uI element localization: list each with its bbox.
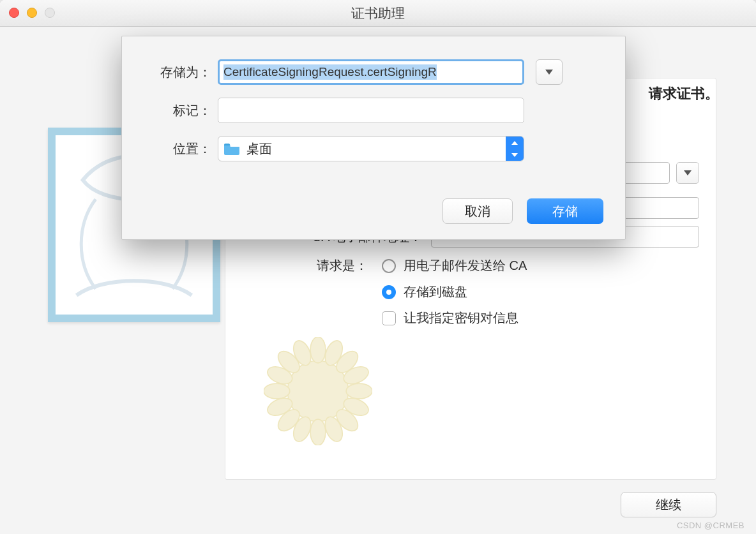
radio-icon (382, 259, 396, 273)
chevron-down-icon (684, 170, 692, 175)
filename-input[interactable]: CertificateSigningRequest.certSigningR (218, 59, 524, 85)
watermark-text: CSDN @CRMEB (677, 521, 745, 530)
radio-save-to-disk[interactable]: 存储到磁盘 (382, 283, 527, 300)
radio-send-to-ca[interactable]: 用电子邮件发送给 CA (382, 257, 527, 274)
request-label: 请求是： (312, 257, 382, 327)
window-controls (9, 8, 55, 18)
location-label: 位置： (122, 140, 218, 158)
save-button[interactable]: 存储 (527, 198, 603, 224)
save-as-label: 存储为： (122, 64, 218, 81)
location-select[interactable]: 桌面 (218, 136, 524, 161)
tags-label: 标记： (122, 102, 218, 119)
location-stepper[interactable] (506, 137, 524, 161)
radio-label: 存储到磁盘 (404, 283, 467, 300)
expand-save-dialog-button[interactable] (536, 59, 563, 85)
folder-icon (223, 142, 240, 155)
filename-value: CertificateSigningRequest.certSigningR (223, 64, 437, 80)
chevron-down-icon (511, 153, 518, 157)
panel-heading: 请求证书。 (649, 84, 719, 103)
window-title: 证书助理 (351, 4, 405, 22)
checkbox-specify-keypair[interactable]: 让我指定密钥对信息 (382, 309, 527, 327)
checkbox-label: 让我指定密钥对信息 (404, 309, 518, 327)
certificate-assistant-window: 证书助理 请求证书。 CA 电子邮件地址： (0, 0, 756, 534)
chevron-up-icon (511, 141, 518, 145)
location-value: 桌面 (246, 140, 272, 158)
svg-point-1 (310, 337, 326, 363)
cancel-button[interactable]: 取消 (442, 198, 513, 224)
checkbox-icon (382, 311, 396, 325)
seal-icon (264, 337, 372, 445)
zoom-window-button[interactable] (45, 8, 55, 18)
chevron-down-icon (545, 70, 553, 75)
close-window-button[interactable] (9, 8, 19, 18)
save-sheet: 存储为： CertificateSigningRequest.certSigni… (121, 36, 626, 240)
radio-label: 用电子邮件发送给 CA (404, 257, 527, 274)
tags-input[interactable] (218, 98, 524, 123)
minimize-window-button[interactable] (27, 8, 37, 18)
titlebar: 证书助理 (0, 0, 756, 27)
continue-button[interactable]: 继续 (621, 492, 716, 517)
radio-icon (382, 285, 396, 299)
email-history-button[interactable] (676, 162, 699, 184)
